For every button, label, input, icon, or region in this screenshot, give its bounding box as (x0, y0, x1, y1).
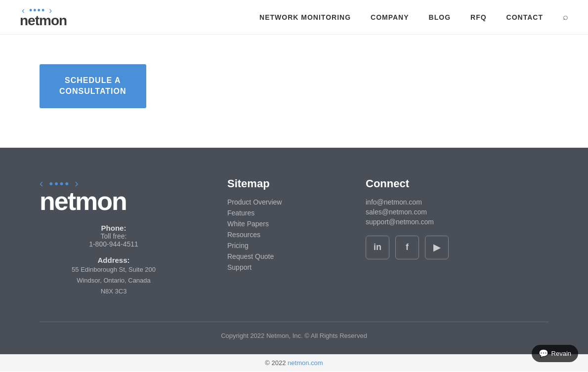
revain-label: Revain (551, 350, 571, 357)
youtube-icon[interactable]: ▶ (425, 236, 449, 259)
footer-address-line2: Windsor, Ontario, Canada (40, 275, 188, 286)
footer-copyright: Copyright 2022 Netmon, Inc. © All Rights… (40, 332, 548, 339)
linkedin-icon[interactable]: in (366, 236, 389, 259)
footer-sitemap: Sitemap Product Overview Features White … (227, 177, 326, 297)
footer-phone-number[interactable]: 1-800-944-4511 (40, 240, 188, 248)
footer-address-label: Address: (40, 256, 188, 264)
footer-connect: Connect info@netmon.com sales@netmon.com… (366, 177, 548, 297)
nav-link-company[interactable]: COMPANY (371, 13, 409, 21)
revain-badge[interactable]: 💬 Revain (532, 345, 578, 362)
footer-phone-label: Phone: (40, 224, 188, 232)
footer-address-line3: N8X 3C3 (40, 286, 188, 297)
sitemap-link-pricing[interactable]: Pricing (227, 242, 326, 249)
nav-link-contact[interactable]: CONTACT (506, 13, 543, 21)
sitemap-link-resources[interactable]: Resources (227, 231, 326, 239)
bottom-strip: © 2022 netmon.com (0, 354, 588, 372)
social-icons: in f ▶ (366, 236, 548, 259)
footer: ‹ •••• › netmon Phone: Toll free: 1-800-… (0, 148, 588, 354)
footer-address-line1: 55 Edinborough St, Suite 200 (40, 264, 188, 275)
nav-logo[interactable]: ‹ •••• › netmon (20, 5, 67, 29)
nav-link-blog[interactable]: BLOG (429, 13, 451, 21)
sitemap-link-white-papers[interactable]: White Papers (227, 220, 326, 228)
facebook-icon[interactable]: f (395, 236, 419, 259)
schedule-consultation-button[interactable]: SCHEDULE A CONSULTATION (40, 64, 146, 108)
connect-title: Connect (366, 177, 548, 190)
search-icon[interactable]: ⌕ (563, 12, 568, 22)
info-email-link[interactable]: info@netmon.com (366, 198, 548, 206)
sitemap-title: Sitemap (227, 177, 326, 190)
footer-tollfree-label: Toll free: (40, 232, 188, 240)
nav-links: NETWORK MONITORING COMPANY BLOG RFQ CONT… (259, 12, 568, 22)
sitemap-link-request-quote[interactable]: Request Quote (227, 252, 326, 260)
sales-email-link[interactable]: sales@netmon.com (366, 208, 548, 216)
bottom-strip-text: © 2022 (265, 359, 288, 367)
sitemap-link-product-overview[interactable]: Product Overview (227, 198, 326, 206)
support-email-link[interactable]: support@netmon.com (366, 218, 548, 226)
sitemap-link-features[interactable]: Features (227, 209, 326, 217)
footer-logo[interactable]: ‹ •••• › netmon (40, 177, 188, 214)
footer-logo-text: netmon (40, 187, 126, 215)
logo-text: netmon (20, 13, 67, 29)
sitemap-link-support[interactable]: Support (227, 263, 326, 271)
footer-brand: ‹ •••• › netmon Phone: Toll free: 1-800-… (40, 177, 188, 297)
footer-bottom: Copyright 2022 Netmon, Inc. © All Rights… (40, 322, 548, 339)
hero-section: SCHEDULE A CONSULTATION (0, 35, 588, 148)
sitemap-links: Product Overview Features White Papers R… (227, 198, 326, 271)
nav-link-rfq[interactable]: RFQ (470, 13, 487, 21)
revain-icon: 💬 (539, 349, 548, 358)
bottom-strip-link[interactable]: netmon.com (288, 359, 323, 367)
nav-link-network-monitoring[interactable]: NETWORK MONITORING (259, 13, 351, 21)
navigation: ‹ •••• › netmon NETWORK MONITORING COMPA… (0, 0, 588, 35)
